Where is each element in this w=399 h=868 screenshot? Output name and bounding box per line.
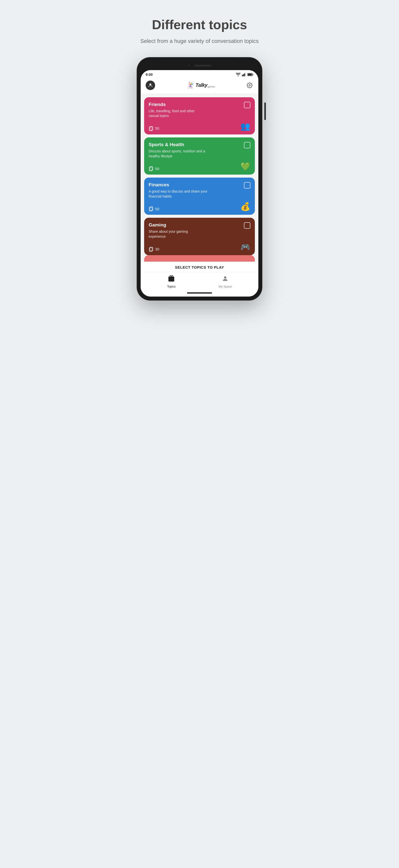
logo-text: Talkygames (195, 82, 215, 88)
status-icons (236, 73, 253, 76)
topic-checkbox[interactable] (244, 102, 250, 108)
topic-card-header: Finances A good way to discuss and share… (149, 182, 250, 199)
topic-checkbox[interactable] (244, 222, 250, 229)
svg-rect-0 (242, 75, 243, 76)
partial-card-peek (144, 255, 255, 262)
topic-card-header: Friends Life, travelling, food and other… (149, 102, 250, 119)
select-topics-label: SELECT TOPICS TO PLAY (141, 265, 258, 272)
page-title: Different topics (152, 18, 247, 32)
topic-count: 30 (149, 247, 159, 252)
bottom-nav: Topics My Space (141, 272, 258, 290)
topic-title: Finances (149, 182, 232, 188)
topic-info: Sports & Health Discuss about sports, nu… (149, 142, 230, 159)
topics-list: Friends Life, travelling, food and other… (141, 94, 258, 255)
phone-speaker (194, 65, 212, 67)
card-count-icon (149, 247, 154, 252)
topic-emoji: 🎮 (240, 242, 250, 252)
topic-card-finances[interactable]: Finances A good way to discuss and share… (144, 178, 255, 215)
myspace-nav-icon (222, 275, 229, 284)
bottom-section: SELECT TOPICS TO PLAY Topics (141, 262, 258, 297)
topics-nav-icon (168, 275, 175, 284)
topic-footer: 30 🎮 (149, 242, 250, 252)
app-logo: 🃏 Talkygames (186, 81, 215, 89)
topic-title: Sports & Health (149, 142, 230, 147)
topic-description: Share about your gaming experience (149, 229, 193, 239)
topic-footer: 50 👥 (149, 121, 250, 131)
count-value: 50 (155, 166, 159, 171)
status-time: 9:00 (146, 72, 153, 76)
topic-emoji: 💚 (240, 162, 250, 171)
status-bar: 9:00 (141, 70, 258, 78)
topic-emoji: 💰 (240, 202, 250, 211)
topic-card-gaming[interactable]: Gaming Share about your gaming experienc… (144, 218, 255, 255)
logo-cards-icon: 🃏 (186, 81, 194, 89)
topic-info: Friends Life, travelling, food and other… (149, 102, 216, 119)
topic-footer: 50 💰 (149, 202, 250, 211)
phone-notch (141, 61, 258, 70)
phone-camera (187, 64, 191, 67)
svg-point-8 (249, 85, 250, 86)
nav-myspace-label: My Space (218, 285, 232, 288)
topic-description: Life, travelling, food and other casual … (149, 109, 201, 119)
card-count-icon (149, 166, 154, 171)
svg-rect-1 (243, 74, 244, 76)
topic-title: Friends (149, 102, 216, 107)
nav-topics-label: Topics (167, 285, 176, 288)
count-value: 50 (155, 207, 159, 211)
topic-count: 50 (149, 126, 159, 131)
card-count-icon (149, 206, 154, 211)
svg-rect-2 (244, 73, 245, 76)
svg-point-17 (224, 276, 226, 278)
topic-title: Gaming (149, 222, 206, 228)
topic-checkbox[interactable] (244, 142, 250, 148)
topic-info: Gaming Share about your gaming experienc… (149, 222, 206, 239)
page-wrapper: Different topics Select from a huge vari… (112, 10, 287, 300)
topic-card-header: Gaming Share about your gaming experienc… (149, 222, 250, 239)
topic-footer: 50 💚 (149, 162, 250, 171)
wifi-icon (236, 73, 240, 76)
nav-topics[interactable]: Topics (167, 275, 176, 288)
phone-screen: 9:00 (141, 70, 258, 297)
signal-icon (242, 73, 246, 76)
page-subtitle: Select from a huge variety of conversati… (141, 37, 258, 45)
topic-description: A good way to discuss and share your fin… (149, 189, 213, 199)
home-bar (187, 292, 212, 293)
battery-icon (247, 73, 253, 76)
nav-myspace[interactable]: My Space (218, 275, 232, 288)
count-value: 30 (155, 247, 159, 251)
app-header: 🃏 Talkygames (141, 78, 258, 94)
count-value: 50 (155, 126, 159, 130)
topic-count: 50 (149, 166, 159, 171)
topic-description: Discuss about sports, nutrition and a he… (149, 149, 212, 159)
home-indicator (141, 290, 258, 297)
topic-info: Finances A good way to discuss and share… (149, 182, 232, 199)
settings-icon[interactable] (246, 82, 253, 89)
phone-side-button (264, 102, 266, 120)
user-avatar[interactable] (146, 81, 155, 90)
phone-mockup: 9:00 (137, 58, 262, 300)
svg-rect-3 (245, 73, 246, 76)
topic-card-friends[interactable]: Friends Life, travelling, food and other… (144, 97, 255, 134)
svg-rect-6 (253, 74, 253, 75)
topic-count: 50 (149, 206, 159, 211)
topic-card-header: Sports & Health Discuss about sports, nu… (149, 142, 250, 159)
topic-checkbox[interactable] (244, 182, 250, 189)
topic-card-sports[interactable]: Sports & Health Discuss about sports, nu… (144, 137, 255, 175)
svg-point-7 (149, 83, 151, 85)
topic-emoji: 👥 (240, 121, 250, 131)
card-count-icon (149, 126, 154, 131)
svg-rect-5 (248, 73, 252, 75)
